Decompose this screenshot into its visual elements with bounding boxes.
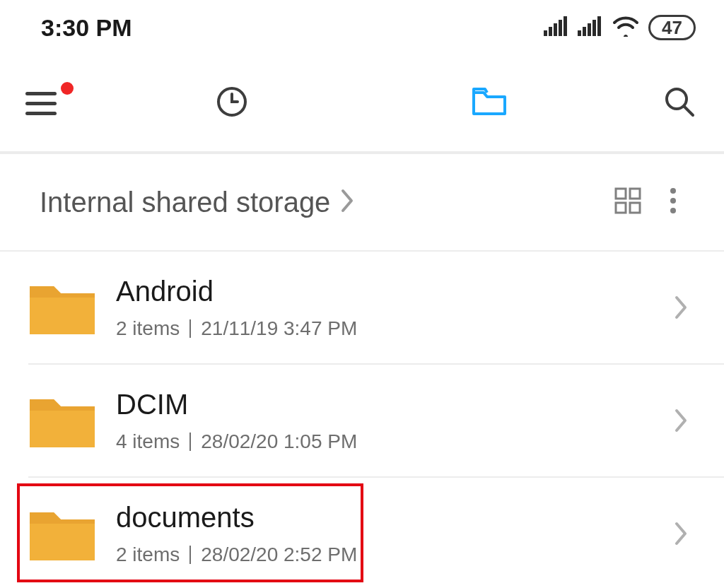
more-vertical-icon bbox=[670, 187, 677, 218]
separator-icon bbox=[189, 319, 191, 338]
svg-rect-13 bbox=[616, 189, 626, 199]
folder-subtitle: 2 items 28/02/20 2:52 PM bbox=[116, 543, 667, 566]
breadcrumb-label[interactable]: Internal shared storage bbox=[40, 187, 330, 218]
status-time: 3:30 PM bbox=[41, 14, 132, 42]
svg-rect-0 bbox=[544, 30, 547, 36]
svg-rect-15 bbox=[616, 203, 626, 213]
folder-icon bbox=[28, 500, 96, 568]
folder-item-count: 2 items bbox=[116, 543, 180, 566]
folder-item-count: 4 items bbox=[116, 430, 180, 453]
svg-rect-5 bbox=[578, 30, 581, 36]
list-item[interactable]: DCIM 4 items 28/02/20 1:05 PM bbox=[0, 365, 724, 476]
signal-2-icon bbox=[578, 16, 603, 39]
tab-recent[interactable] bbox=[103, 55, 361, 151]
list-item[interactable]: Android 2 items 21/11/19 3:47 PM bbox=[0, 252, 724, 363]
svg-line-12 bbox=[684, 107, 693, 115]
svg-rect-16 bbox=[630, 203, 640, 213]
folder-icon bbox=[28, 387, 96, 454]
battery-indicator: 47 bbox=[648, 15, 696, 40]
folder-subtitle: 2 items 21/11/19 3:47 PM bbox=[116, 317, 667, 340]
status-right: 47 bbox=[544, 15, 696, 40]
svg-rect-4 bbox=[564, 16, 567, 36]
folder-list: Android 2 items 21/11/19 3:47 PM bbox=[0, 252, 724, 588]
svg-rect-7 bbox=[588, 23, 591, 36]
svg-rect-1 bbox=[549, 27, 552, 36]
folder-date: 28/02/20 1:05 PM bbox=[201, 430, 357, 453]
wifi-icon bbox=[612, 16, 640, 40]
folder-name: documents bbox=[116, 502, 667, 534]
separator-icon bbox=[189, 546, 191, 564]
more-options-button[interactable] bbox=[650, 180, 696, 225]
chevron-right-icon bbox=[667, 521, 696, 546]
hamburger-icon bbox=[25, 90, 59, 116]
svg-rect-2 bbox=[554, 23, 557, 36]
folder-name: Android bbox=[116, 276, 667, 307]
svg-rect-6 bbox=[583, 27, 586, 36]
top-nav bbox=[0, 55, 724, 154]
folder-item-count: 2 items bbox=[116, 317, 180, 340]
search-button[interactable] bbox=[618, 55, 696, 151]
status-bar: 3:30 PM bbox=[0, 0, 724, 55]
svg-point-19 bbox=[670, 208, 676, 213]
list-item[interactable]: documents 2 items 28/02/20 2:52 PM bbox=[0, 478, 724, 588]
folder-icon bbox=[28, 274, 96, 341]
chevron-right-icon bbox=[667, 295, 696, 320]
folder-tab-icon bbox=[472, 87, 507, 119]
tab-storage[interactable] bbox=[361, 55, 618, 151]
folder-name: DCIM bbox=[116, 389, 667, 421]
view-grid-button[interactable] bbox=[605, 180, 650, 225]
folder-subtitle: 4 items 28/02/20 1:05 PM bbox=[116, 430, 667, 453]
chevron-right-icon bbox=[667, 408, 696, 433]
svg-rect-9 bbox=[597, 16, 601, 36]
svg-rect-8 bbox=[592, 20, 596, 36]
breadcrumb-row: Internal shared storage bbox=[0, 154, 724, 252]
menu-button[interactable] bbox=[25, 55, 103, 151]
svg-point-17 bbox=[670, 188, 676, 194]
grid-icon bbox=[614, 187, 642, 218]
folder-date: 21/11/19 3:47 PM bbox=[201, 317, 357, 340]
chevron-right-icon bbox=[339, 187, 357, 218]
folder-date: 28/02/20 2:52 PM bbox=[201, 543, 357, 566]
separator-icon bbox=[189, 433, 191, 451]
svg-rect-3 bbox=[559, 20, 562, 36]
notification-dot-icon bbox=[61, 82, 74, 95]
svg-point-18 bbox=[670, 198, 676, 204]
clock-icon bbox=[216, 86, 248, 121]
search-icon bbox=[663, 86, 696, 121]
svg-rect-14 bbox=[630, 189, 640, 199]
signal-1-icon bbox=[544, 16, 569, 39]
